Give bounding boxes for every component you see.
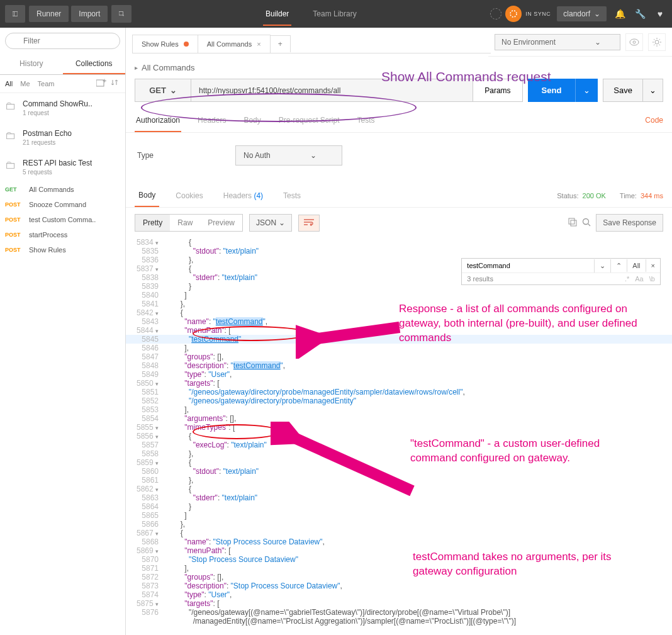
settings-icon[interactable]: 🔧	[633, 9, 647, 19]
user-menu[interactable]: clandorf ⌄	[557, 6, 607, 21]
request-tabs: Show Rules All Commands× +	[132, 35, 491, 53]
sidebar-tab-collections[interactable]: Collections	[63, 54, 126, 74]
code-line: 5864 }	[126, 502, 672, 511]
code-line: 5876 "/geneos/gateway[(@name=\"gabrielTe…	[126, 608, 672, 617]
case-toggle[interactable]: Aa	[635, 275, 643, 283]
response-search-input[interactable]	[462, 259, 594, 273]
word-toggle[interactable]: \b	[649, 275, 655, 283]
close-icon[interactable]: ×	[257, 40, 260, 48]
env-settings-icon[interactable]	[648, 33, 666, 51]
code-line: 5850 ▾ "targets": [	[126, 379, 672, 388]
code-line: 5871 ],	[126, 564, 672, 573]
resp-tab-headers[interactable]: Headers (4)	[220, 185, 267, 206]
response-body[interactable]: 5834 ▾ {5835 "stdout": "text/plain"5836 …	[126, 238, 672, 635]
tab-team-library[interactable]: Team Library	[310, 2, 359, 26]
save-button[interactable]: Save	[603, 79, 643, 102]
method-select[interactable]: GET ⌄	[135, 79, 191, 102]
request-tab[interactable]: Show Rules	[132, 35, 198, 53]
code-line: 5851 "/geneos/gateway/directory/probe/ma…	[126, 388, 672, 396]
code-line: 5853 ],	[126, 405, 672, 414]
search-close-icon[interactable]: ×	[646, 259, 660, 272]
sort-icon[interactable]	[111, 79, 120, 89]
url-row: GET ⌄ Params Send ⌄ Save ⌄	[126, 79, 672, 110]
save-dropdown[interactable]: ⌄	[643, 79, 663, 102]
filter-input[interactable]	[5, 33, 120, 49]
search-response-icon[interactable]	[582, 218, 591, 228]
send-dropdown[interactable]: ⌄	[575, 79, 598, 102]
auth-type-select[interactable]: No Auth ⌄	[235, 145, 342, 166]
tab-prerequest[interactable]: Pre-request Script	[277, 110, 341, 132]
copy-icon[interactable]	[568, 218, 577, 228]
import-button[interactable]: Import	[71, 6, 108, 22]
code-line: 5845 "testCommand"	[126, 335, 672, 344]
request-item[interactable]: GETAll Commands	[0, 182, 125, 197]
chevron-down-icon: ⌄	[279, 218, 285, 227]
filter-all[interactable]: All	[5, 80, 13, 87]
tab-builder[interactable]: Builder	[263, 2, 291, 26]
response-status: Status:200 OK Time:344 ms	[557, 192, 663, 199]
auth-body: Type No Auth ⌄	[126, 133, 672, 184]
request-item[interactable]: POSTShow Rules	[0, 242, 125, 257]
send-button[interactable]: Send	[528, 79, 576, 102]
wrap-toggle[interactable]	[298, 215, 320, 232]
filter-team[interactable]: Team	[38, 80, 55, 87]
resp-tab-tests[interactable]: Tests	[279, 185, 305, 206]
svg-line-15	[588, 223, 591, 226]
request-item[interactable]: POSTstartProcess	[0, 227, 125, 242]
chevron-down-icon: ⌄	[170, 86, 177, 95]
code-line: 5856 ▾ {	[126, 432, 672, 441]
view-preview[interactable]: Preview	[200, 215, 242, 231]
code-line: 5844 ▾ "menuPath": [	[126, 326, 672, 335]
sync-indicator-icon	[505, 6, 522, 22]
sidebar: History Collections All Me Team + 🗀 Comm…	[0, 28, 126, 635]
params-button[interactable]: Params	[473, 79, 522, 102]
collection-item[interactable]: 🗀 Postman Echo21 requests	[0, 123, 125, 152]
collection-item[interactable]: 🗀 Command ShowRu..1 request	[0, 93, 125, 123]
response-tabs: Body Cookies Headers (4) Tests Status:20…	[126, 184, 672, 208]
notifications-icon[interactable]: 🔔	[613, 9, 627, 19]
tab-body[interactable]: Body	[242, 110, 262, 132]
code-line: 5874 "type": "User",	[126, 590, 672, 599]
format-select[interactable]: JSON ⌄	[249, 214, 292, 232]
search-up-icon[interactable]: ⌃	[610, 259, 627, 273]
add-tab-button[interactable]: +	[270, 35, 291, 52]
runner-button[interactable]: Runner	[29, 6, 69, 22]
sidebar-tab-history[interactable]: History	[0, 54, 63, 74]
code-line: 5834 ▾ {	[126, 238, 672, 247]
code-line: 5866 },	[126, 520, 672, 529]
heart-icon[interactable]: ♥	[653, 9, 667, 19]
code-line: 5872 "groups": [],	[126, 573, 672, 582]
response-search-box: ⌄ ⌃ All × 3 results .* Aa \b	[461, 258, 661, 285]
chevron-down-icon: ⌄	[594, 9, 600, 18]
view-raw[interactable]: Raw	[170, 215, 200, 231]
url-input[interactable]	[191, 79, 473, 102]
svg-point-9	[630, 39, 639, 45]
tab-headers[interactable]: Headers	[196, 110, 227, 132]
content-pane: Show Rules All Commands× + No Environmen…	[126, 28, 672, 635]
view-pretty[interactable]: Pretty	[135, 215, 170, 231]
code-line: 5857 "execLog": "text/plain"	[126, 441, 672, 449]
tab-tests[interactable]: Tests	[356, 110, 376, 132]
resp-tab-body[interactable]: Body	[135, 184, 159, 207]
save-response-button[interactable]: Save Response	[596, 214, 663, 232]
code-line: 5858 },	[126, 449, 672, 458]
code-line: 5841 },	[126, 300, 672, 308]
env-view-icon[interactable]	[625, 33, 643, 51]
search-down-icon[interactable]: ⌄	[594, 259, 610, 273]
code-link[interactable]: Code	[645, 110, 663, 132]
regex-toggle[interactable]: .*	[625, 275, 629, 283]
code-line: 5847 "groups": [],	[126, 352, 672, 361]
tab-authorization[interactable]: Authorization	[135, 110, 181, 132]
resp-tab-cookies[interactable]: Cookies	[172, 185, 206, 206]
request-item[interactable]: POSTSnooze Command	[0, 197, 125, 212]
search-all-button[interactable]: All	[627, 259, 645, 272]
request-tab[interactable]: All Commands×	[198, 35, 271, 53]
collection-item[interactable]: 🗀 REST API basic Test5 requests	[0, 152, 125, 182]
code-line: 5869 ▾ "menuPath": [	[126, 546, 672, 555]
new-collection-icon[interactable]: +	[96, 79, 106, 89]
new-window-button[interactable]: +	[111, 5, 132, 23]
environment-select[interactable]: No Environment ⌄	[495, 34, 620, 50]
request-item[interactable]: POSTtest Custom Comma..	[0, 212, 125, 227]
sidebar-toggle-button[interactable]	[5, 5, 25, 23]
filter-me[interactable]: Me	[20, 80, 30, 87]
